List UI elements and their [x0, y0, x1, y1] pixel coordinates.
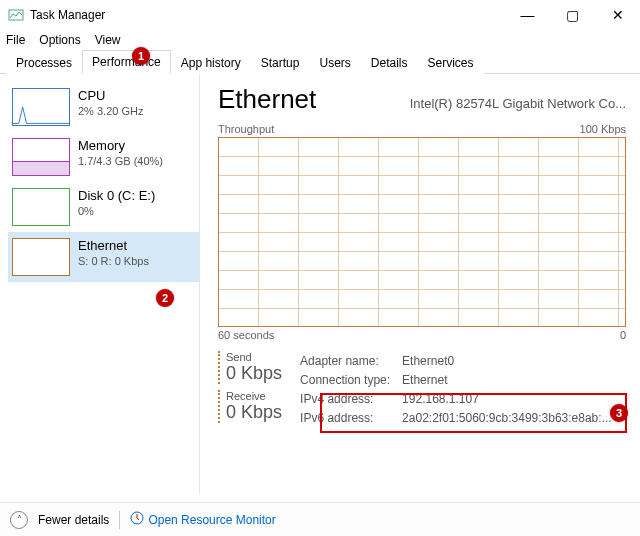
- titlebar: Task Manager — ▢ ✕: [0, 0, 640, 30]
- open-resource-monitor-label: Open Resource Monitor: [148, 513, 275, 527]
- throughput-max: 100 Kbps: [580, 123, 626, 135]
- chart-bottom-labels: 60 seconds 0: [218, 329, 626, 341]
- sidebar-memory-text: Memory 1.7/4.3 GB (40%): [78, 138, 163, 167]
- ethernet-mini-chart: [12, 238, 70, 276]
- open-resource-monitor-link[interactable]: Open Resource Monitor: [130, 511, 275, 528]
- annotation-2: 2: [156, 289, 174, 307]
- menu-file[interactable]: File: [6, 33, 25, 47]
- sidebar-cpu-text: CPU 2% 3.20 GHz: [78, 88, 143, 117]
- sidebar-ethernet-title: Ethernet: [78, 238, 149, 253]
- table-row: Adapter name: Ethernet0: [300, 353, 622, 370]
- table-row: Connection type: Ethernet: [300, 372, 622, 389]
- chart-top-labels: Throughput 100 Kbps: [218, 123, 626, 135]
- sidebar-item-ethernet[interactable]: Ethernet S: 0 R: 0 Kbps: [8, 232, 199, 282]
- memory-mini-chart: [12, 138, 70, 176]
- minimize-button[interactable]: —: [505, 0, 550, 30]
- chevron-up-icon[interactable]: ˄: [10, 511, 28, 529]
- receive-value: 0 Kbps: [226, 402, 282, 423]
- annotation-box-3: [320, 393, 627, 433]
- sidebar-cpu-sub: 2% 3.20 GHz: [78, 105, 143, 117]
- footer-divider: [119, 511, 120, 529]
- close-button[interactable]: ✕: [595, 0, 640, 30]
- resource-monitor-icon: [130, 511, 144, 528]
- sidebar-cpu-title: CPU: [78, 88, 143, 103]
- detail-header: Ethernet Intel(R) 82574L Gigabit Network…: [218, 84, 626, 115]
- tab-services[interactable]: Services: [418, 51, 484, 74]
- tab-bar: Processes Performance App history Startu…: [0, 50, 640, 74]
- sidebar-item-memory[interactable]: Memory 1.7/4.3 GB (40%): [8, 132, 199, 182]
- sidebar-disk-title: Disk 0 (C: E:): [78, 188, 155, 203]
- sidebar-ethernet-sub: S: 0 R: 0 Kbps: [78, 255, 149, 267]
- window-controls: — ▢ ✕: [505, 0, 640, 30]
- send-receive-metrics: Send 0 Kbps Receive 0 Kbps: [218, 351, 282, 429]
- connection-type-label: Connection type:: [300, 372, 400, 389]
- menubar: File Options View: [0, 30, 640, 50]
- send-value: 0 Kbps: [226, 363, 282, 384]
- connection-type-value: Ethernet: [402, 372, 622, 389]
- sidebar-disk-text: Disk 0 (C: E:) 0%: [78, 188, 155, 217]
- send-label: Send: [226, 351, 282, 363]
- tab-details[interactable]: Details: [361, 51, 418, 74]
- svg-rect-0: [9, 10, 23, 20]
- performance-sidebar: CPU 2% 3.20 GHz Memory 1.7/4.3 GB (40%) …: [0, 74, 200, 494]
- tab-app-history[interactable]: App history: [171, 51, 251, 74]
- sidebar-item-disk[interactable]: Disk 0 (C: E:) 0%: [8, 182, 199, 232]
- sidebar-memory-title: Memory: [78, 138, 163, 153]
- adapter-name-value: Ethernet0: [402, 353, 622, 370]
- sidebar-disk-sub: 0%: [78, 205, 155, 217]
- menu-view[interactable]: View: [95, 33, 121, 47]
- tab-users[interactable]: Users: [309, 51, 360, 74]
- footer-bar: ˄ Fewer details Open Resource Monitor: [0, 502, 640, 536]
- throughput-chart: [218, 137, 626, 327]
- tab-startup[interactable]: Startup: [251, 51, 310, 74]
- fewer-details-button[interactable]: Fewer details: [38, 513, 109, 527]
- maximize-button[interactable]: ▢: [550, 0, 595, 30]
- sidebar-memory-sub: 1.7/4.3 GB (40%): [78, 155, 163, 167]
- cpu-mini-chart: [12, 88, 70, 126]
- window-title: Task Manager: [30, 8, 105, 22]
- send-metric: Send 0 Kbps: [218, 351, 282, 384]
- annotation-3: 3: [610, 404, 628, 422]
- annotation-1: 1: [132, 47, 150, 65]
- chart-x-left: 60 seconds: [218, 329, 274, 341]
- sidebar-item-cpu[interactable]: CPU 2% 3.20 GHz: [8, 82, 199, 132]
- adapter-model: Intel(R) 82574L Gigabit Network Co...: [410, 96, 626, 111]
- sidebar-ethernet-text: Ethernet S: 0 R: 0 Kbps: [78, 238, 149, 267]
- tab-performance[interactable]: Performance: [82, 50, 171, 74]
- detail-title: Ethernet: [218, 84, 316, 115]
- receive-label: Receive: [226, 390, 282, 402]
- adapter-name-label: Adapter name:: [300, 353, 400, 370]
- task-manager-icon: [8, 7, 24, 23]
- throughput-label: Throughput: [218, 123, 274, 135]
- disk-mini-chart: [12, 188, 70, 226]
- receive-metric: Receive 0 Kbps: [218, 390, 282, 423]
- menu-options[interactable]: Options: [39, 33, 80, 47]
- tab-processes[interactable]: Processes: [6, 51, 82, 74]
- chart-x-right: 0: [620, 329, 626, 341]
